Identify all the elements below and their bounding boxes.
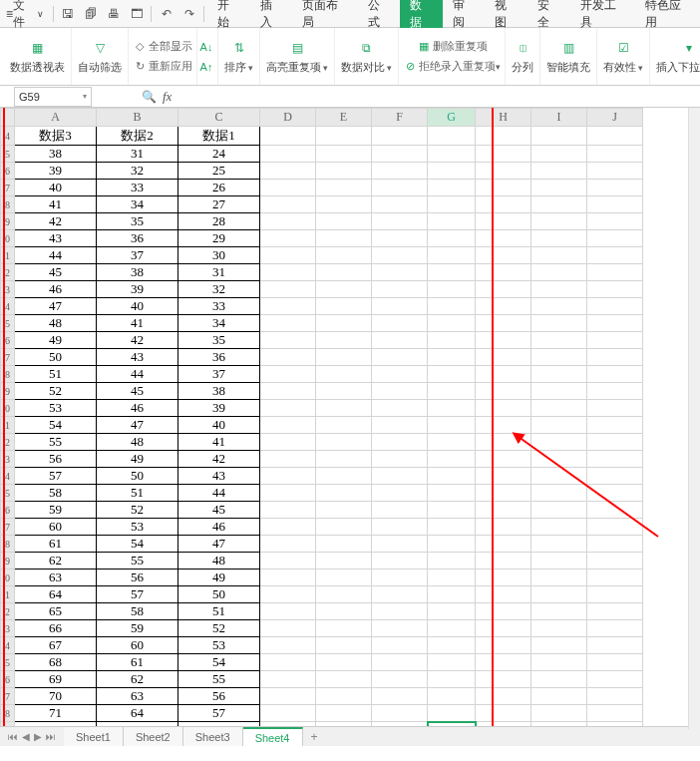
cell-D26[interactable] — [260, 502, 316, 519]
cell-H17[interactable] — [476, 349, 531, 366]
cell-H33[interactable] — [476, 620, 531, 637]
cell-I19[interactable] — [531, 383, 587, 400]
cell-C19[interactable]: 38 — [178, 383, 260, 400]
cell-F12[interactable] — [372, 264, 428, 281]
cell-H4[interactable] — [476, 127, 531, 146]
cell-D22[interactable] — [260, 434, 316, 451]
cell-F4[interactable] — [372, 127, 428, 146]
cell-C9[interactable]: 28 — [178, 213, 260, 230]
cell-A12[interactable]: 45 — [15, 264, 97, 281]
cell-A23[interactable]: 56 — [15, 451, 97, 468]
cell-C14[interactable]: 33 — [178, 298, 260, 315]
cell-J9[interactable] — [587, 213, 643, 230]
cell-A8[interactable]: 41 — [15, 196, 97, 213]
cell-B17[interactable]: 43 — [97, 349, 178, 366]
cell-F28[interactable] — [372, 536, 428, 553]
cell-A11[interactable]: 44 — [15, 247, 97, 264]
row-header[interactable]: 5 — [1, 146, 15, 163]
cell-A34[interactable]: 67 — [15, 637, 97, 654]
cell-D31[interactable] — [260, 586, 316, 603]
cell-B7[interactable]: 33 — [97, 180, 178, 196]
row-header[interactable]: 5 — [1, 485, 15, 502]
sheet-nav[interactable]: ⏮◀▶⏭ — [0, 731, 64, 742]
cell-H32[interactable] — [476, 603, 531, 620]
cell-I4[interactable] — [531, 127, 587, 146]
cell-C21[interactable]: 40 — [178, 417, 260, 434]
col-header-G[interactable]: G — [428, 109, 476, 127]
cell-E28[interactable] — [316, 536, 372, 553]
cell-H23[interactable] — [476, 451, 531, 468]
cell-A24[interactable]: 57 — [15, 468, 97, 485]
cell-A25[interactable]: 58 — [15, 485, 97, 502]
cell-I21[interactable] — [531, 417, 587, 434]
cell-D33[interactable] — [260, 620, 316, 637]
cell-I14[interactable] — [531, 298, 587, 315]
cell-E37[interactable] — [316, 688, 372, 705]
cell-C22[interactable]: 41 — [178, 434, 260, 451]
cell-H29[interactable] — [476, 553, 531, 570]
cell-B6[interactable]: 32 — [97, 163, 178, 180]
row-header[interactable]: 8 — [1, 196, 15, 213]
cell-J4[interactable] — [587, 127, 643, 146]
cell-B19[interactable]: 45 — [97, 383, 178, 400]
cell-H30[interactable] — [476, 570, 531, 586]
cell-F35[interactable] — [372, 654, 428, 671]
row-header[interactable]: 1 — [1, 417, 15, 434]
cell-G28[interactable] — [428, 536, 476, 553]
cell-D30[interactable] — [260, 570, 316, 586]
dropdown-button[interactable]: ▾ 插入下拉列表 — [650, 28, 700, 85]
row-header[interactable]: 9 — [1, 553, 15, 570]
zoom-icon[interactable]: 🔍 — [142, 90, 157, 104]
cell-G17[interactable] — [428, 349, 476, 366]
cell-D18[interactable] — [260, 366, 316, 383]
cell-F5[interactable] — [372, 146, 428, 163]
reject-dup-button[interactable]: ⊘拒绝录入重复项▾ — [403, 57, 501, 77]
cell-B8[interactable]: 34 — [97, 196, 178, 213]
vertical-scrollbar[interactable] — [688, 108, 700, 729]
sort-button[interactable]: ⇅ 排序 — [218, 28, 260, 85]
cell-A32[interactable]: 65 — [15, 603, 97, 620]
tab-review[interactable]: 审阅 — [443, 0, 486, 28]
cell-D29[interactable] — [260, 553, 316, 570]
cell-C26[interactable]: 45 — [178, 502, 260, 519]
row-header[interactable]: 7 — [1, 180, 15, 196]
cell-A21[interactable]: 54 — [15, 417, 97, 434]
cell-H10[interactable] — [476, 230, 531, 247]
col-header-I[interactable]: I — [531, 109, 587, 127]
cell-A14[interactable]: 47 — [15, 298, 97, 315]
cell-H22[interactable] — [476, 434, 531, 451]
row-header[interactable]: 6 — [1, 332, 15, 349]
cell-C20[interactable]: 39 — [178, 400, 260, 417]
cell-F25[interactable] — [372, 485, 428, 502]
row-header[interactable]: 3 — [1, 281, 15, 298]
row-header[interactable]: 2 — [1, 264, 15, 281]
cell-B9[interactable]: 35 — [97, 213, 178, 230]
cell-B38[interactable]: 64 — [97, 705, 178, 722]
cell-F6[interactable] — [372, 163, 428, 180]
cell-I25[interactable] — [531, 485, 587, 502]
row-header[interactable]: 8 — [1, 705, 15, 722]
cell-A17[interactable]: 50 — [15, 349, 97, 366]
redo-icon[interactable]: ↷ — [180, 5, 197, 23]
cell-H28[interactable] — [476, 536, 531, 553]
cell-E21[interactable] — [316, 417, 372, 434]
cell-C5[interactable]: 24 — [178, 146, 260, 163]
cell-A27[interactable]: 60 — [15, 519, 97, 536]
cell-H21[interactable] — [476, 417, 531, 434]
cell-C31[interactable]: 50 — [178, 586, 260, 603]
cell-F21[interactable] — [372, 417, 428, 434]
cell-G34[interactable] — [428, 637, 476, 654]
cell-C35[interactable]: 54 — [178, 654, 260, 671]
row-header[interactable]: 9 — [1, 213, 15, 230]
cell-G29[interactable] — [428, 553, 476, 570]
cell-E6[interactable] — [316, 163, 372, 180]
cell-I7[interactable] — [531, 180, 587, 196]
cell-H26[interactable] — [476, 502, 531, 519]
cell-H27[interactable] — [476, 519, 531, 536]
add-sheet-button[interactable]: + — [303, 730, 326, 744]
fx-label[interactable]: fx — [163, 89, 172, 105]
cell-D17[interactable] — [260, 349, 316, 366]
cell-E25[interactable] — [316, 485, 372, 502]
cell-D19[interactable] — [260, 383, 316, 400]
cell-B26[interactable]: 52 — [97, 502, 178, 519]
